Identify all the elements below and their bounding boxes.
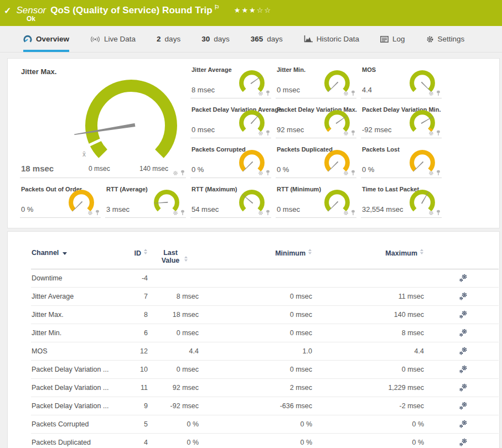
gear-icon (426, 35, 434, 43)
cell-last: 0 msec (148, 361, 199, 379)
cell-channel[interactable]: Jitter Min. (31, 324, 114, 342)
column-header-maximum[interactable]: Maximum (313, 248, 425, 269)
gauge-title: Jitter Min. (277, 66, 306, 73)
channel-settings-gears-icon[interactable] (459, 420, 468, 429)
gauge-rtt-average: RTT (Average)3 msec (105, 185, 186, 218)
sort-icon (308, 249, 312, 254)
pin-icon[interactable] (95, 210, 100, 216)
channel-settings-gears-icon[interactable] (459, 310, 468, 319)
pin-icon[interactable] (436, 210, 441, 216)
tab-2-days[interactable]: 2 days (157, 26, 180, 52)
gear-icon[interactable] (258, 131, 263, 136)
gauge-title: RTT (Average) (106, 186, 148, 192)
cell-last: 8 msec (148, 288, 199, 306)
gear-icon[interactable] (87, 210, 93, 216)
flag-icon[interactable]: ⚐ (214, 4, 220, 11)
gear-icon[interactable] (258, 91, 263, 96)
gauge-arc (241, 192, 262, 210)
pin-icon[interactable] (436, 90, 441, 96)
pin-icon[interactable] (351, 170, 355, 176)
tab-overview[interactable]: Overview (23, 26, 69, 52)
jitter-max-gauge-dial: x̄ (79, 73, 184, 178)
pin-icon[interactable] (436, 130, 441, 136)
pin-icon[interactable] (436, 170, 441, 176)
pin-icon[interactable] (180, 210, 185, 216)
table-row: Jitter Average78 msec0 msec11 msec (31, 288, 499, 306)
tab-log[interactable]: Log (380, 26, 405, 52)
gear-icon[interactable] (428, 210, 434, 216)
gauge-actions (428, 210, 441, 216)
column-header-minimum[interactable]: Minimum (199, 248, 313, 269)
tab-label: days (165, 35, 181, 43)
tab-30-days[interactable]: 30 days (201, 26, 230, 52)
pin-icon[interactable] (266, 130, 270, 136)
gauge-actions (258, 90, 270, 96)
cell-channel[interactable]: Jitter Max. (31, 306, 114, 324)
cell-channel[interactable]: Packet Delay Variation ... (31, 397, 114, 415)
cell-max: 0 % (313, 434, 425, 448)
cell-channel[interactable]: Packet Delay Variation ... (31, 379, 114, 397)
pin-icon[interactable] (180, 170, 185, 176)
gauge-title: Jitter Average (192, 66, 232, 73)
pin-icon[interactable] (351, 90, 355, 96)
cell-actions (425, 269, 499, 288)
cell-min: 0 msec (199, 288, 313, 306)
gear-icon[interactable] (258, 170, 263, 176)
tab-live-data[interactable]: Live Data (90, 26, 136, 52)
cell-channel[interactable]: Packet Delay Variation ... (31, 361, 114, 379)
gear-icon[interactable] (258, 210, 263, 216)
gear-icon[interactable] (343, 131, 349, 136)
cell-channel[interactable]: Packets Corrupted (31, 415, 114, 434)
pin-icon[interactable] (266, 210, 270, 216)
gauge-rtt-maximum: RTT (Maximum)54 msec (190, 185, 271, 218)
channel-settings-gears-icon[interactable] (459, 274, 468, 283)
priority-stars[interactable]: ★★★☆☆ (234, 6, 272, 14)
channel-settings-gears-icon[interactable] (459, 329, 468, 337)
gear-icon[interactable] (428, 131, 434, 136)
cell-channel[interactable]: Downtime (31, 269, 114, 288)
average-marker-icon: x̄ (82, 150, 86, 158)
column-label: Last Value (159, 249, 182, 264)
cell-max: 0 msec (313, 361, 425, 379)
gear-icon[interactable] (428, 91, 434, 96)
pin-icon[interactable] (266, 170, 270, 176)
pin-icon[interactable] (351, 130, 355, 136)
area-chart-icon (304, 35, 313, 43)
cell-channel[interactable]: Jitter Average (31, 288, 114, 306)
status-check-icon: ✓ (4, 6, 11, 16)
cell-last: 92 msec (148, 379, 199, 397)
gauge-title: RTT (Minimum) (277, 186, 321, 192)
gear-icon[interactable] (343, 210, 349, 216)
cell-last: 18 msec (148, 306, 199, 324)
gear-icon[interactable] (343, 170, 349, 176)
page-title: QoS (Quality of Service) Round Trip⚐ (50, 4, 220, 16)
gauge-mos: MOS4.4 (361, 65, 442, 98)
channel-settings-gears-icon[interactable] (459, 438, 468, 447)
table-header-row: Channel ID Last Value Minimum Maximum (31, 248, 499, 269)
tab-settings[interactable]: Settings (426, 26, 465, 52)
cell-min: 0 msec (199, 306, 313, 324)
tab-historic-data[interactable]: Historic Data (304, 26, 359, 52)
channel-settings-gears-icon[interactable] (459, 292, 468, 301)
channel-settings-gears-icon[interactable] (459, 383, 468, 392)
tab-365-days[interactable]: 365 days (251, 26, 283, 52)
column-header-id[interactable]: ID (114, 248, 148, 269)
gear-icon[interactable] (428, 170, 434, 176)
gear-icon[interactable] (173, 210, 178, 216)
pin-icon[interactable] (266, 90, 270, 96)
gauge-arc (327, 192, 348, 210)
cell-channel[interactable]: Packets Duplicated (31, 434, 114, 448)
column-header-last-value[interactable]: Last Value (148, 248, 199, 269)
pin-icon[interactable] (351, 210, 355, 216)
gear-icon[interactable] (343, 91, 349, 96)
gauge-actions (343, 130, 355, 136)
gauge-value: 4.4 (362, 86, 372, 94)
channel-table-body: Downtime-4Jitter Average78 msec0 msec11 … (31, 269, 499, 448)
gear-icon[interactable] (173, 170, 178, 176)
channel-settings-gears-icon[interactable] (459, 365, 468, 374)
cell-channel[interactable]: MOS (31, 342, 114, 361)
cell-id: 11 (114, 379, 148, 397)
column-header-channel[interactable]: Channel (31, 248, 114, 269)
channel-settings-gears-icon[interactable] (459, 402, 468, 410)
channel-settings-gears-icon[interactable] (459, 347, 468, 356)
